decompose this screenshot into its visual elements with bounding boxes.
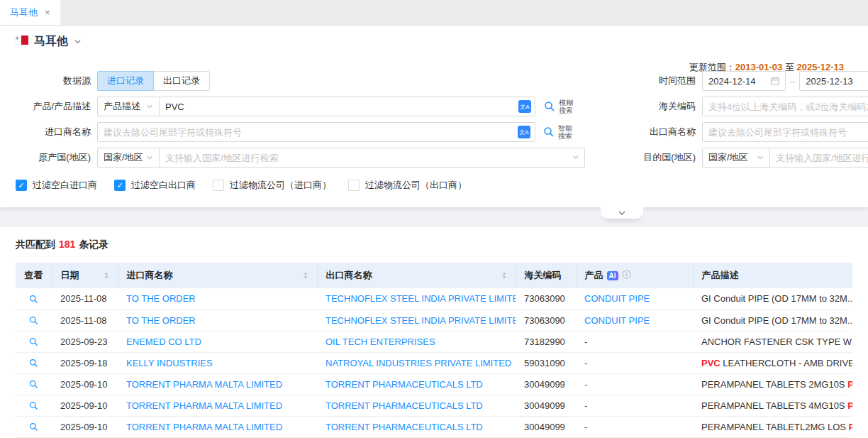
- importer-link[interactable]: TO THE ORDER: [126, 293, 196, 304]
- exporter-input[interactable]: [702, 122, 868, 142]
- desc-text: PERAMPANEL TABLETL2MG LOS: [701, 422, 849, 432]
- fuzzy-search-label: 模糊搜索: [559, 99, 573, 114]
- destination-country-input[interactable]: [769, 148, 868, 168]
- export-records-button[interactable]: 出口记录: [153, 71, 210, 91]
- translate-icon[interactable]: 文A: [518, 100, 531, 113]
- view-record-button[interactable]: [28, 336, 39, 347]
- table-row: 2025-11-08 TO THE ORDER TECHNOFLEX STEEL…: [16, 288, 852, 310]
- importer-link[interactable]: TO THE ORDER: [126, 315, 196, 326]
- desc-text: PERAMPANEL TABLETS 4MG10S: [701, 400, 847, 411]
- filter-row-datasource: 数据源 进口记录 出口记录 时间范围 –: [0, 68, 868, 94]
- product-link[interactable]: -: [584, 358, 587, 368]
- col-product-desc: 产品描述: [693, 263, 852, 288]
- col-view: 查看: [16, 263, 52, 288]
- summary-suffix: 条记录: [79, 239, 108, 250]
- checkbox-filter-logistics-exporter[interactable]: ✓ 过滤物流公司（出口商）: [348, 179, 467, 192]
- info-icon[interactable]: [622, 270, 631, 281]
- date-cell: 2025-09-10: [52, 395, 118, 416]
- hs-code-input[interactable]: [702, 97, 868, 116]
- datasource-label: 数据源: [0, 75, 97, 87]
- desc-highlight: PVC: [847, 379, 852, 390]
- exporter-link[interactable]: TECHNOFLEX STEEL INDIA PRIVATE LIMITED: [326, 315, 516, 326]
- collapse-filters-button[interactable]: [601, 207, 643, 219]
- exporter-link[interactable]: TORRENT PHARMACEUTICALS LTD: [326, 379, 483, 390]
- product-link[interactable]: CONDUIT PIPE: [584, 293, 650, 304]
- col-date-label: 日期: [61, 269, 79, 282]
- result-count: 181: [59, 239, 75, 250]
- exporter-link[interactable]: NATROYAL INDUSTRIES PRIVATE LIMITED: [326, 358, 511, 368]
- product-link[interactable]: -: [584, 422, 587, 432]
- translate-icon[interactable]: 文A: [518, 126, 530, 138]
- import-records-button[interactable]: 进口记录: [97, 71, 154, 91]
- tab-malta[interactable]: 马耳他 ×: [0, 0, 60, 25]
- exporter-link[interactable]: TORRENT PHARMACEUTICALS LTD: [326, 400, 483, 411]
- importer-link[interactable]: TORRENT PHARMA MALTA LIMITED: [126, 379, 282, 390]
- checkbox-icon[interactable]: ✓: [16, 180, 27, 191]
- exporter-link[interactable]: TECHNOFLEX STEEL INDIA PRIVATE LIMITED: [326, 293, 516, 304]
- chevron-down-icon[interactable]: [74, 37, 82, 48]
- view-record-button[interactable]: [28, 358, 39, 368]
- table-row: 2025-09-23 ENEMED CO LTD OIL TECH ENTERP…: [16, 331, 852, 352]
- hs-code-cell: 30049099: [516, 416, 576, 437]
- product-desc-cell: PERAMPANEL TABLETL2MG LOS PVC...: [693, 416, 852, 437]
- origin-type-select[interactable]: 国家/地区: [97, 148, 160, 168]
- filter-checkbox-row: ✓ 过滤空白进口商 ✓ 过滤空白出口商 ✓ 过滤物流公司（进口商） ✓ 过滤物流…: [0, 175, 868, 196]
- desc-highlight: PVC: [847, 400, 852, 411]
- origin-country-input[interactable]: [159, 148, 585, 168]
- desc-highlight: PVC: [849, 422, 852, 432]
- date-end-input[interactable]: [799, 71, 868, 91]
- view-record-button[interactable]: [28, 294, 39, 305]
- product-type-select[interactable]: 产品描述: [97, 97, 160, 116]
- col-date: 日期 ▲▼: [52, 263, 118, 288]
- view-record-button[interactable]: [28, 400, 39, 411]
- hs-code-cell: 30049099: [516, 395, 576, 416]
- importer-link[interactable]: KELLY INDUSTRIES: [126, 358, 213, 368]
- date-cell: 2025-11-08: [52, 288, 118, 310]
- hs-code-cell: 73063090: [516, 310, 576, 331]
- importer-input[interactable]: [97, 122, 535, 142]
- exporter-link[interactable]: OIL TECH ENTERPRISES: [326, 336, 435, 347]
- datasource-segment: 进口记录 出口记录: [97, 71, 210, 91]
- checkbox-filter-blank-exporter[interactable]: ✓ 过滤空白出口商: [114, 179, 196, 192]
- importer-link[interactable]: ENEMED CO LTD: [126, 336, 201, 347]
- col-product-label: 产品: [585, 269, 603, 282]
- view-record-button[interactable]: [28, 422, 39, 432]
- desc-text: GI Conduit PIPE (OD 17MM to 32M...: [701, 315, 852, 326]
- checkbox-icon[interactable]: ✓: [348, 180, 360, 191]
- sort-date-button[interactable]: ▲▼: [104, 271, 109, 280]
- view-record-button[interactable]: [28, 379, 39, 390]
- destination-type-select[interactable]: 国家/地区: [702, 148, 770, 168]
- calendar-icon[interactable]: [770, 76, 780, 86]
- table-row: 2025-09-10 TORRENT PHARMA MALTA LIMITED …: [16, 416, 852, 437]
- product-link[interactable]: -: [584, 400, 587, 411]
- fuzzy-search-button[interactable]: 模糊搜索: [543, 99, 573, 114]
- product-label: 产品/产品描述: [0, 100, 97, 113]
- product-link[interactable]: -: [584, 336, 587, 347]
- exporter-group: 出口商名称: [614, 122, 868, 142]
- sort-importer-button[interactable]: ▲▼: [304, 271, 308, 280]
- chevron-down-icon: [757, 154, 764, 161]
- tab-close-icon[interactable]: ×: [45, 7, 50, 18]
- summary-prefix: 共匹配到: [16, 239, 55, 250]
- importer-link[interactable]: TORRENT PHARMA MALTA LIMITED: [126, 400, 282, 411]
- product-link[interactable]: -: [584, 379, 587, 390]
- table-row: 2025-09-18 KELLY INDUSTRIES NATROYAL IND…: [16, 352, 852, 373]
- importer-link[interactable]: TORRENT PHARMA MALTA LIMITED: [126, 422, 282, 432]
- sort-exporter-button[interactable]: ▲▼: [502, 271, 507, 280]
- product-search-input[interactable]: [159, 97, 535, 116]
- page-title: 马耳他: [34, 34, 68, 49]
- col-importer-label: 进口商名称: [127, 269, 173, 282]
- product-link[interactable]: CONDUIT PIPE: [584, 315, 650, 326]
- checkbox-label: 过滤物流公司（出口商）: [365, 179, 467, 192]
- view-record-button[interactable]: [28, 315, 39, 326]
- checkbox-filter-logistics-importer[interactable]: ✓ 过滤物流公司（进口商）: [213, 179, 331, 192]
- desc-text: ANCHOR FASTENER CSK TYPE WITH ...: [701, 336, 852, 347]
- desc-text: GI Conduit PIPE (OD 17MM to 32M...: [701, 293, 852, 304]
- product-desc-cell: PVC LEATHERCLOTH - AMB DRIVE (1...: [693, 352, 852, 373]
- checkbox-icon[interactable]: ✓: [213, 180, 224, 191]
- checkbox-icon[interactable]: ✓: [114, 180, 126, 191]
- checkbox-filter-blank-importer[interactable]: ✓ 过滤空白进口商: [16, 179, 97, 192]
- exporter-link[interactable]: TORRENT PHARMACEUTICALS LTD: [326, 422, 483, 432]
- smart-search-button[interactable]: 智能搜索: [542, 124, 572, 140]
- date-cell: 2025-09-18: [52, 352, 118, 373]
